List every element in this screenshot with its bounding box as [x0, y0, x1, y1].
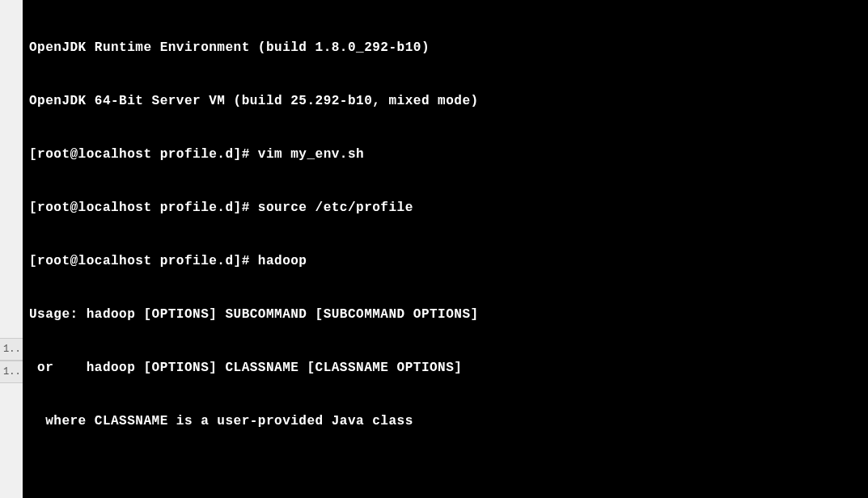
- sidebar-tab-1[interactable]: 1...: [0, 338, 23, 361]
- terminal-line: OpenJDK Runtime Environment (build 1.8.0…: [29, 39, 862, 57]
- terminal-line: Usage: hadoop [OPTIONS] SUBCOMMAND [SUBC…: [29, 306, 862, 323]
- terminal-line: [root@localhost profile.d]# source /etc/…: [29, 199, 862, 217]
- sidebar-tab-2[interactable]: 1...: [0, 361, 23, 383]
- terminal-line: where CLASSNAME is a user-provided Java …: [29, 412, 862, 430]
- terminal-line: OpenJDK 64-Bit Server VM (build 25.292-b…: [29, 92, 862, 110]
- terminal-line: or hadoop [OPTIONS] CLASSNAME [CLASSNAME…: [29, 359, 862, 377]
- terminal[interactable]: OpenJDK Runtime Environment (build 1.8.0…: [23, 0, 868, 498]
- sidebar: 1... 1...: [0, 0, 23, 498]
- terminal-line: [root@localhost profile.d]# hadoop: [29, 252, 862, 270]
- terminal-line: [root@localhost profile.d]# vim my_env.s…: [29, 146, 862, 163]
